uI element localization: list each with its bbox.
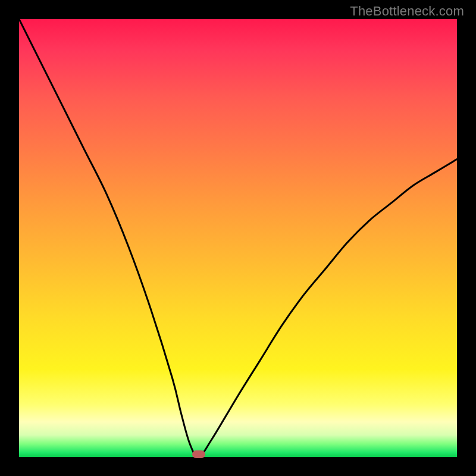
optimum-marker <box>192 450 205 458</box>
chart-frame: TheBottleneck.com <box>0 0 476 476</box>
bottleneck-curve <box>19 19 457 457</box>
plot-area <box>19 19 457 457</box>
watermark-text: TheBottleneck.com <box>350 4 464 19</box>
